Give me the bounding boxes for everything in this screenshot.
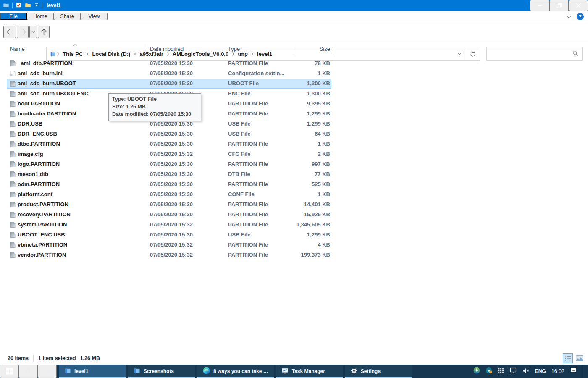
minimize-button[interactable] xyxy=(530,0,549,11)
file-row[interactable]: UBOOT_ENC.USB 07/05/2020 15:30 USB File … xyxy=(7,230,331,240)
properties-button[interactable] xyxy=(16,2,22,10)
task-view-button[interactable] xyxy=(38,365,57,378)
ribbon-tab[interactable]: Share xyxy=(54,13,81,20)
tooltip-date-line: Date modified: 07/05/2020 15:30 xyxy=(112,110,197,118)
file-row[interactable]: _aml_dtb.PARTITION 07/05/2020 15:30 PART… xyxy=(7,58,331,68)
language-indicator[interactable]: ENG xyxy=(535,368,546,374)
file-icon xyxy=(9,90,16,97)
file-row[interactable]: recovery.PARTITION 07/05/2020 15:30 PART… xyxy=(7,210,331,220)
file-date-modified: 07/05/2020 15:30 xyxy=(150,191,193,197)
file-size: 1,299 KB xyxy=(255,231,330,238)
taskbar-app-button[interactable]: Screenshots xyxy=(128,365,195,378)
file-size: 1 KB xyxy=(255,70,330,76)
system-tray: e ENG 16:02 xyxy=(473,365,588,378)
file-icon xyxy=(9,161,16,168)
taskbar-app-button[interactable]: Task Manager xyxy=(276,365,343,378)
file-icon xyxy=(9,110,16,117)
titlebar: level1 xyxy=(0,0,588,11)
taskbar-search-button[interactable] xyxy=(19,365,38,378)
file-icon xyxy=(9,151,16,158)
volume-tray-icon[interactable] xyxy=(522,368,530,375)
large-icons-view-button[interactable] xyxy=(575,353,585,363)
show-desktop-button[interactable] xyxy=(583,365,585,378)
new-folder-button[interactable] xyxy=(25,2,31,10)
column-header-type[interactable]: Type xyxy=(228,46,240,52)
file-row[interactable]: aml_sdc_burn.ini 07/05/2020 15:30 Config… xyxy=(7,68,331,79)
collapse-ribbon-icon[interactable] xyxy=(567,13,572,21)
selection-size: 1.26 MB xyxy=(80,355,100,361)
file-name: dtbo.PARTITION xyxy=(18,141,60,147)
file-date-modified: 07/05/2020 15:30 xyxy=(150,131,193,137)
column-resize-handle[interactable] xyxy=(293,44,293,55)
file-row[interactable]: DDR_ENC.USB 07/05/2020 15:30 USB File 64… xyxy=(7,129,331,139)
details-view-button[interactable] xyxy=(563,353,573,363)
file-row[interactable]: system.PARTITION 07/05/2020 15:32 PARTIT… xyxy=(7,220,331,230)
file-icon xyxy=(9,221,16,228)
column-resize-handle[interactable] xyxy=(147,44,147,55)
clock[interactable]: 16:02 xyxy=(551,368,564,374)
file-size: 2 KB xyxy=(255,151,330,157)
file-row[interactable]: vbmeta.PARTITION 07/05/2020 15:32 PARTIT… xyxy=(7,240,331,250)
taskbar-app-icon xyxy=(281,368,289,375)
file-type: DTB File xyxy=(228,171,250,177)
file-name: logo.PARTITION xyxy=(18,161,60,167)
emule-tray-icon[interactable]: e xyxy=(486,367,492,375)
file-type: ENC File xyxy=(228,90,250,97)
file-icon xyxy=(9,201,16,208)
file-type: CFG File xyxy=(228,151,250,157)
file-name: product.PARTITION xyxy=(18,201,68,207)
file-row[interactable]: meson1.dtb 07/05/2020 15:30 DTB File 77 … xyxy=(7,169,331,179)
screen: level1 File Home Share View xyxy=(0,0,588,378)
file-date-modified: 07/05/2020 15:30 xyxy=(150,60,193,66)
taskbar-app-button[interactable]: 8 ways you can take … xyxy=(197,365,274,378)
file-name: recovery.PARTITION xyxy=(18,211,71,218)
customize-qat-button[interactable] xyxy=(34,2,39,9)
file-size: 1,345,605 KB xyxy=(255,221,330,228)
action-center-icon[interactable] xyxy=(570,367,577,375)
close-button[interactable] xyxy=(569,0,588,11)
file-name: aml_sdc_burn.UBOOT xyxy=(18,80,76,87)
file-size: 1,300 KB xyxy=(255,90,330,97)
column-header-name[interactable]: Name xyxy=(10,46,25,52)
file-date-modified: 07/05/2020 15:30 xyxy=(150,231,193,238)
ribbon-tab[interactable]: Home xyxy=(27,13,54,20)
file-size: 1 KB xyxy=(255,141,330,147)
file-row[interactable]: odm.PARTITION 07/05/2020 15:30 PARTITION… xyxy=(7,179,331,189)
file-icon xyxy=(9,252,16,258)
file-icon xyxy=(9,141,16,147)
file-row[interactable]: platform.conf 07/05/2020 15:30 CONF File… xyxy=(7,189,331,200)
file-row[interactable]: vendor.PARTITION 07/05/2020 15:32 PARTIT… xyxy=(7,250,331,260)
file-row[interactable]: aml_sdc_burn.UBOOT 07/05/2020 15:30 UBOO… xyxy=(7,79,331,89)
file-size: 1 KB xyxy=(255,191,330,197)
file-size: 997 KB xyxy=(255,161,330,167)
network-tray-icon[interactable] xyxy=(509,368,517,375)
file-size: 1,299 KB xyxy=(255,121,330,127)
column-resize-handle[interactable] xyxy=(224,44,224,55)
file-row[interactable]: image.cfg 07/05/2020 15:32 CFG File 2 KB xyxy=(7,149,331,159)
taskbar-app-button[interactable]: Settings xyxy=(345,365,412,378)
ribbon-tab[interactable]: File xyxy=(0,13,27,20)
column-header-date-modified[interactable]: Date modified xyxy=(150,46,184,52)
idm-tray-icon[interactable] xyxy=(473,367,480,375)
ribbon-tab[interactable]: View xyxy=(81,13,108,20)
file-tooltip: Type: UBOOT File Size: 1.26 MB Date modi… xyxy=(108,93,201,121)
file-icon xyxy=(9,211,16,218)
app-grid-tray-icon[interactable] xyxy=(498,368,504,375)
help-button[interactable]: ? xyxy=(577,13,584,20)
forward-button[interactable] xyxy=(17,26,29,38)
column-header-size[interactable]: Size xyxy=(290,46,330,52)
tooltip-type-line: Type: UBOOT File xyxy=(112,95,197,103)
column-resize-handle[interactable] xyxy=(333,44,333,55)
restore-button[interactable] xyxy=(549,0,569,11)
file-name: aml_sdc_burn.UBOOT.ENC xyxy=(18,90,88,97)
recent-locations-button[interactable] xyxy=(29,26,37,38)
taskbar-app-label: Settings xyxy=(361,368,381,374)
start-button[interactable] xyxy=(0,365,19,378)
file-date-modified: 07/05/2020 15:32 xyxy=(150,151,193,157)
back-button[interactable] xyxy=(3,26,16,38)
file-row[interactable]: product.PARTITION 07/05/2020 15:30 PARTI… xyxy=(7,200,331,210)
file-row[interactable]: dtbo.PARTITION 07/05/2020 15:30 PARTITIO… xyxy=(7,139,331,149)
up-button[interactable] xyxy=(38,26,50,38)
file-row[interactable]: logo.PARTITION 07/05/2020 15:30 PARTITIO… xyxy=(7,159,331,169)
taskbar-app-button[interactable]: level1 xyxy=(59,365,126,378)
